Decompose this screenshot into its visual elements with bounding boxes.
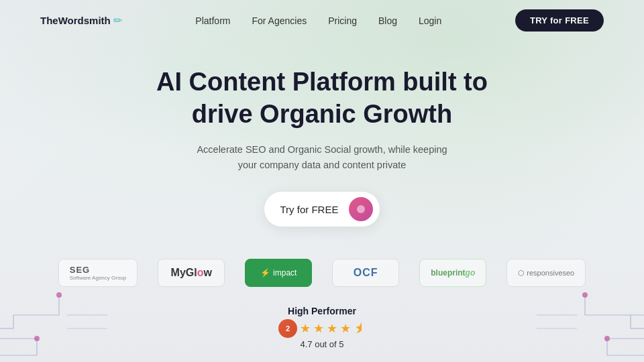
logo-myglow: MyGlow (158, 259, 225, 287)
nav-pricing[interactable]: Pricing (328, 15, 357, 26)
star-3: ★ (327, 321, 337, 336)
partner-logos-section: SEG Software Agency Group MyGlow ⚡ impac… (0, 259, 644, 287)
navbar: TheWordsmith ✏ Platform For Agencies Pri… (0, 0, 644, 41)
nav-for-agencies[interactable]: For Agencies (252, 15, 307, 26)
performer-card: High Performer 2 ★ ★ ★ ★ ⯨ 4.7 out of 5 (278, 306, 366, 349)
blueprintgo-text: blueprintgo (431, 268, 475, 278)
impact-label: ⚡ impact (260, 268, 297, 278)
hero-cta-wrapper[interactable]: Try for FREE (264, 192, 380, 227)
nav-platform[interactable]: Platform (195, 15, 230, 26)
hero-cta-text: Try for FREE (280, 204, 339, 215)
pencil-icon: ✏ (113, 14, 122, 27)
logo[interactable]: TheWordsmith ✏ (40, 14, 122, 27)
seg-title: SEG (70, 265, 90, 275)
star-2: ★ (313, 321, 324, 336)
logo-responsiveseo: ⬡ responsiveseo (506, 259, 586, 287)
nav-login[interactable]: Login (419, 15, 441, 26)
nav-cta-button[interactable]: TRY for FREE (515, 9, 604, 32)
hero-subtitle: Accelerate SEO and Organic Social growth… (195, 142, 449, 173)
myglow-text: MyGlow (171, 267, 212, 279)
star-1: ★ (300, 321, 311, 336)
hero-cta-circle-button[interactable] (349, 197, 373, 221)
seg-subtitle: Software Agency Group (70, 275, 127, 281)
bottom-section: High Performer 2 ★ ★ ★ ★ ⯨ 4.7 out of 5 (0, 306, 644, 349)
star-5-half: ⯨ (354, 322, 366, 336)
logo-impact: ⚡ impact (245, 259, 312, 287)
logo-seg: SEG Software Agency Group (58, 259, 138, 287)
stars-row: 2 ★ ★ ★ ★ ⯨ (278, 319, 366, 338)
logo-blueprintgo: blueprintgo (419, 259, 486, 287)
responsiveseo-text: ⬡ responsiveseo (518, 269, 574, 278)
logo-ocf: OCF (332, 259, 399, 287)
brand-name: TheWordsmith (40, 15, 111, 26)
star-4: ★ (340, 321, 351, 336)
cta-circle-inner (357, 205, 365, 213)
nav-blog[interactable]: Blog (378, 15, 397, 26)
performer-label: High Performer (278, 306, 366, 316)
g2-badge: 2 (278, 319, 297, 338)
hero-section: AI Content Platform built to drive Organ… (0, 41, 644, 227)
ocf-text: OCF (354, 267, 378, 279)
nav-links: Platform For Agencies Pricing Blog Login (195, 15, 441, 26)
hero-title: AI Content Platform built to drive Organ… (156, 66, 488, 130)
rating-text: 4.7 out of 5 (278, 339, 366, 349)
